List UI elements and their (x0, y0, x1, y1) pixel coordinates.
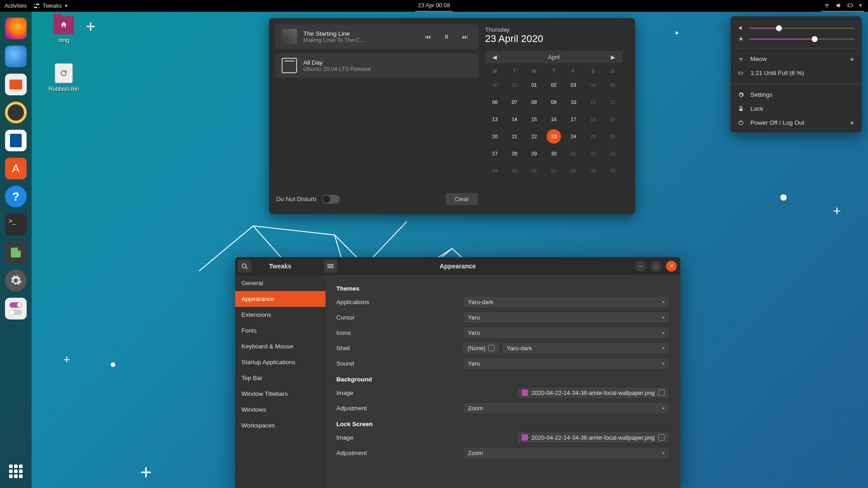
dock-settings[interactable] (4, 268, 28, 293)
media-prev-button[interactable]: ⏮ (425, 33, 431, 40)
cal-day[interactable]: 16 (547, 112, 561, 127)
dock-writer[interactable] (4, 128, 28, 153)
volume-slider[interactable] (750, 28, 854, 29)
clock-button[interactable]: 23 Apr 00:08 (415, 0, 453, 12)
close-button[interactable]: ✕ (666, 261, 677, 272)
cal-day[interactable]: 30 (547, 146, 561, 161)
cal-day[interactable]: 17 (566, 112, 580, 127)
media-pause-button[interactable]: ⏸ (443, 33, 449, 40)
status-item-wifi[interactable]: Meow▶ (731, 52, 862, 66)
sidebar-item-window-titlebars[interactable]: Window Titlebars (235, 386, 326, 402)
desktop-trash[interactable]: Rubbish Bin (43, 63, 84, 92)
sidebar-item-workspaces[interactable]: Workspaces (235, 418, 326, 433)
sidebar-item-appearance[interactable]: Appearance (235, 291, 326, 307)
cal-day[interactable]: 18 (586, 112, 600, 127)
dock-help[interactable]: ? (4, 184, 28, 209)
dock-firefox[interactable] (4, 16, 28, 41)
theme-sound-dropdown[interactable]: Yaru (463, 357, 670, 370)
sidebar-item-windows[interactable]: Windows (235, 402, 326, 418)
cal-day[interactable]: 04 (488, 164, 502, 178)
cal-day[interactable]: 04 (586, 78, 600, 92)
cal-day[interactable]: 01 (566, 146, 580, 161)
dock-rhythmbox[interactable] (4, 100, 28, 125)
cal-day[interactable]: 08 (527, 95, 542, 109)
status-item-settings[interactable]: Settings (731, 88, 862, 102)
dock-software[interactable]: A (4, 156, 28, 181)
cal-day[interactable]: 29 (527, 146, 542, 161)
cal-day[interactable]: 15 (527, 112, 542, 127)
cal-day[interactable]: 08 (566, 164, 580, 178)
status-item-battery[interactable]: 1:21 Until Full (6 %) (731, 66, 862, 80)
theme-shell-dropdown[interactable]: Yaru-dark (502, 342, 670, 354)
media-next-button[interactable]: ⏭ (462, 33, 468, 40)
hamburger-menu-button[interactable] (324, 260, 337, 272)
lock-adjust-dropdown[interactable]: Zoom (463, 447, 670, 459)
calendar-next-button[interactable]: ▶ (608, 53, 618, 61)
cal-day[interactable]: 24 (566, 129, 580, 144)
bg-image-chooser[interactable]: 2020-04-22-14-34-36-amte-focal-wallpaper… (517, 387, 670, 399)
calendar-prev-button[interactable]: ◀ (490, 53, 500, 61)
cal-day[interactable]: 27 (488, 146, 502, 161)
dock-terminal[interactable]: >_ (4, 212, 28, 237)
notification-card[interactable]: All Day Ubuntu 20.04 LTS Release (275, 53, 479, 78)
cal-day[interactable]: 02 (547, 78, 561, 92)
sidebar-item-extensions[interactable]: Extensions (235, 307, 326, 323)
cal-day[interactable]: 10 (605, 164, 620, 178)
show-applications-button[interactable] (4, 459, 28, 483)
cal-day[interactable]: 07 (507, 95, 522, 109)
sidebar-item-top-bar[interactable]: Top Bar (235, 370, 326, 386)
titlebar[interactable]: Tweaks Appearance ─ □ ✕ (235, 257, 680, 275)
status-item-power[interactable]: Power Off / Log Out▶ (731, 116, 862, 130)
cal-day[interactable]: 05 (507, 164, 522, 178)
cal-day[interactable]: 28 (507, 146, 522, 161)
cal-day[interactable]: 09 (547, 95, 561, 109)
cal-day[interactable]: 31 (507, 78, 522, 92)
cal-day[interactable]: 07 (547, 164, 561, 178)
dnd-toggle[interactable] (322, 195, 340, 204)
theme-cursor-dropdown[interactable]: Yaru (463, 311, 670, 324)
dock-tweaks[interactable] (4, 296, 28, 321)
theme-applications-dropdown[interactable]: Yaru-dark (463, 296, 670, 308)
cal-day[interactable]: 03 (605, 146, 620, 161)
cal-day[interactable]: 23 (547, 129, 561, 144)
cal-day[interactable]: 14 (507, 112, 522, 127)
cal-day[interactable]: 09 (586, 164, 600, 178)
cal-day[interactable]: 13 (488, 112, 502, 127)
cal-day[interactable]: 01 (527, 78, 542, 92)
lock-image-chooser[interactable]: 2020-04-22-14-34-36-amte-focal-wallpaper… (517, 432, 670, 444)
cal-day[interactable]: 26 (605, 129, 620, 144)
dock-files[interactable] (4, 72, 28, 97)
sidebar-item-keyboard-mouse[interactable]: Keyboard & Mouse (235, 338, 326, 354)
system-status-area[interactable]: ▼ (821, 0, 864, 12)
sidebar-item-startup-applications[interactable]: Startup Applications (235, 354, 326, 370)
sidebar-item-fonts[interactable]: Fonts (235, 323, 326, 338)
cal-day[interactable]: 10 (566, 95, 580, 109)
cal-day[interactable]: 21 (507, 129, 522, 144)
cal-day[interactable]: 06 (488, 95, 502, 109)
brightness-slider[interactable] (750, 38, 854, 40)
cal-day[interactable]: 03 (566, 78, 580, 92)
cal-day[interactable]: 02 (586, 146, 600, 161)
cal-day[interactable]: 30 (488, 78, 502, 92)
bg-adjust-dropdown[interactable]: Zoom (463, 402, 670, 414)
activities-button[interactable]: Activities (5, 3, 27, 9)
cal-day[interactable]: 06 (527, 164, 542, 178)
minimize-button[interactable]: ─ (635, 261, 646, 272)
active-app-menu[interactable]: Tweaks ▼ (33, 2, 68, 9)
cal-day[interactable]: 25 (586, 129, 600, 144)
status-item-lock[interactable]: Lock (731, 102, 862, 116)
dock-extensions[interactable] (4, 240, 28, 265)
cal-day[interactable]: 19 (605, 112, 620, 127)
shell-none-button[interactable]: (None) (463, 343, 499, 354)
theme-icons-dropdown[interactable]: Yaru (463, 327, 670, 339)
cal-day[interactable]: 05 (605, 78, 620, 92)
maximize-button[interactable]: □ (651, 261, 661, 272)
search-button[interactable] (238, 260, 251, 272)
desktop-folder-omg[interactable]: omg (43, 16, 84, 43)
dock-thunderbird[interactable] (4, 44, 28, 69)
clear-notifications-button[interactable]: Clear (446, 193, 478, 205)
cal-day[interactable]: 11 (586, 95, 600, 109)
cal-day[interactable]: 22 (527, 129, 542, 144)
cal-day[interactable]: 12 (605, 95, 620, 109)
cal-day[interactable]: 20 (488, 129, 502, 144)
